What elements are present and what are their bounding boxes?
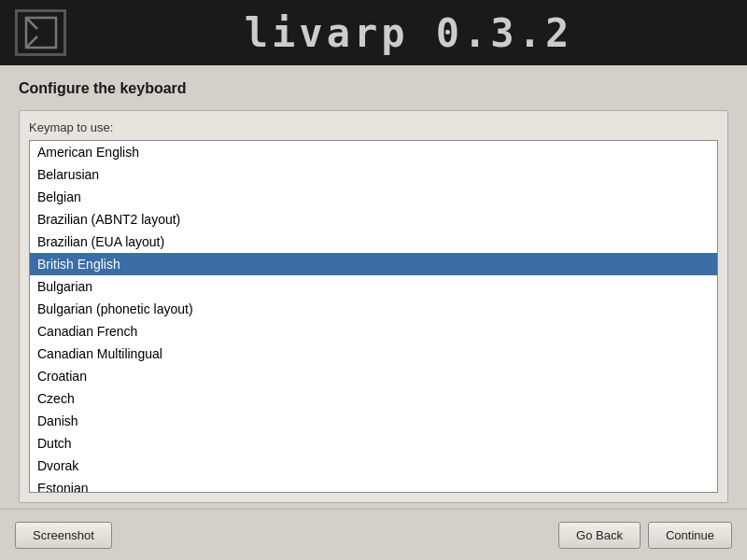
list-item[interactable]: Bulgarian <box>30 275 717 298</box>
app-title: livarp 0.3.2 <box>85 10 732 56</box>
list-item[interactable]: Belarusian <box>30 163 717 186</box>
keymap-listbox[interactable]: American EnglishBelarusianBelgianBrazili… <box>30 141 717 492</box>
keymap-label: Keymap to use: <box>29 120 718 134</box>
list-item[interactable]: Danish <box>30 410 717 432</box>
header: livarp 0.3.2 <box>0 0 747 65</box>
list-item[interactable]: Belgian <box>30 186 717 208</box>
list-item[interactable]: American English <box>30 141 717 163</box>
list-item[interactable]: British English <box>30 253 717 275</box>
list-item[interactable]: Canadian Multilingual <box>30 343 717 365</box>
list-item[interactable]: Canadian French <box>30 320 717 343</box>
continue-button[interactable]: Continue <box>648 522 732 549</box>
list-item[interactable]: Dvorak <box>30 455 717 477</box>
list-item[interactable]: Croatian <box>30 365 717 387</box>
list-item[interactable]: Dutch <box>30 432 717 455</box>
listbox-container: American EnglishBelarusianBelgianBrazili… <box>29 140 718 493</box>
svg-line-2 <box>26 36 37 48</box>
page-title: Configure the keyboard <box>19 80 728 97</box>
list-item[interactable]: Brazilian (ABNT2 layout) <box>30 208 717 231</box>
go-back-button[interactable]: Go Back <box>558 522 641 549</box>
list-item[interactable]: Czech <box>30 387 717 410</box>
main-content: Configure the keyboard Keymap to use: Am… <box>0 65 747 518</box>
list-item[interactable]: Brazilian (EUA layout) <box>30 231 717 253</box>
footer-left: Screenshot <box>15 522 112 549</box>
screenshot-button[interactable]: Screenshot <box>15 522 112 549</box>
footer: Screenshot Go Back Continue <box>0 509 747 560</box>
logo <box>15 9 66 56</box>
list-item[interactable]: Bulgarian (phonetic layout) <box>30 298 717 320</box>
footer-right: Go Back Continue <box>558 522 732 549</box>
logo-icon <box>24 16 58 49</box>
list-item[interactable]: Estonian <box>30 477 717 492</box>
svg-line-1 <box>26 18 37 29</box>
keymap-group: Keymap to use: American EnglishBelarusia… <box>19 110 728 503</box>
